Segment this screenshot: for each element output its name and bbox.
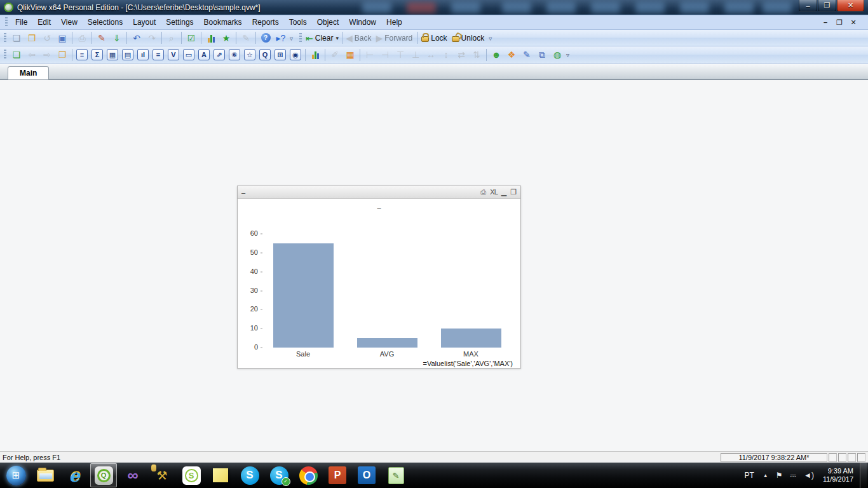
child-restore-button[interactable]: ❐ — [832, 17, 846, 28]
demote-sheet-button[interactable]: ⇨ — [39, 48, 55, 62]
taskbar-chrome[interactable] — [295, 463, 322, 487]
unlock-selections-button[interactable]: Unlock — [451, 31, 488, 45]
clear-selections-button[interactable]: ⇤Clear▾ — [304, 31, 340, 45]
create-bookmark-object-button[interactable]: ☆ — [242, 48, 257, 62]
add-bookmark-button[interactable]: ★ — [219, 31, 234, 45]
create-search-object-button[interactable]: Q — [257, 48, 273, 62]
forward-button[interactable]: ▶Forward — [374, 31, 416, 45]
redo-layout-button[interactable]: ↷ — [144, 31, 159, 45]
show-desktop-button[interactable] — [860, 463, 867, 488]
bar-avg[interactable] — [357, 338, 417, 348]
taskbar-notepad-plus-plus[interactable]: ✎ — [383, 463, 409, 487]
create-chart-button[interactable]: ıl — [135, 48, 151, 62]
taskbar-qlikview[interactable]: Q — [90, 463, 117, 487]
refresh-document-button[interactable]: ↺ — [39, 31, 55, 45]
create-input-box-button[interactable]: = — [151, 48, 166, 62]
taskbar-skype-signed-in[interactable]: S — [266, 463, 292, 487]
menu-view[interactable]: View — [56, 16, 83, 29]
adjust-top-button[interactable]: ⇅ — [469, 48, 484, 62]
create-line-arrow-object-button[interactable]: ⇗ — [212, 48, 227, 62]
align-left-button[interactable]: ⊢ — [362, 48, 377, 62]
chart-caption-bar[interactable]: – ⎙XL▁❒ — [238, 186, 520, 199]
create-custom-object-button[interactable]: ◉ — [288, 48, 303, 62]
notes-button[interactable]: ✎ — [238, 31, 254, 45]
menu-help[interactable]: Help — [381, 16, 407, 29]
lock-selections-button[interactable]: Lock — [420, 31, 450, 45]
align-bottom-button[interactable]: ⊥ — [408, 48, 423, 62]
open-file-button[interactable]: ❐ — [24, 31, 39, 45]
taskbar-skype-business[interactable]: S — [178, 463, 205, 487]
document-properties-button[interactable]: ❖ — [504, 48, 519, 62]
window-restore-button[interactable]: ❐ — [818, 0, 836, 11]
window-minimize-button[interactable]: – — [799, 0, 817, 11]
edit-module-button[interactable]: ✎ — [519, 48, 534, 62]
create-list-box-button[interactable]: ≡ — [74, 48, 90, 62]
space-horizontally-button[interactable]: ↔ — [423, 48, 438, 62]
align-top-button[interactable]: ⊤ — [393, 48, 408, 62]
minimize-chart-icon[interactable]: ▁ — [501, 189, 506, 196]
format-painter-button[interactable]: ✐ — [327, 48, 342, 62]
menu-window[interactable]: Window — [344, 16, 381, 29]
space-vertically-button[interactable]: ↕ — [438, 48, 454, 62]
web-page-button[interactable]: ◍ — [550, 48, 565, 62]
taskbar-powerpoint[interactable]: P — [324, 463, 351, 487]
tab-main[interactable]: Main — [8, 66, 49, 79]
search-button[interactable]: ⌕ — [164, 31, 179, 45]
menu-reports[interactable]: Reports — [247, 16, 284, 29]
language-indicator[interactable]: PT — [744, 471, 754, 480]
menu-bookmarks[interactable]: Bookmarks — [199, 16, 247, 29]
create-table-box-button[interactable]: ▦ — [105, 48, 120, 62]
help-button[interactable]: ? — [258, 31, 273, 45]
toolbar-overflow-icon[interactable]: ▿ — [290, 35, 293, 42]
quick-chart-wizard-design-button[interactable] — [308, 48, 323, 62]
menu-layout[interactable]: Layout — [128, 16, 161, 29]
adjust-left-button[interactable]: ⇄ — [454, 48, 469, 62]
quick-chart-wizard-button[interactable] — [203, 31, 219, 45]
current-selections-button[interactable]: ☑ — [184, 31, 199, 45]
window-close-button[interactable]: ✕ — [837, 0, 864, 11]
table-viewer-button[interactable]: ⧉ — [534, 48, 550, 62]
export-to-excel-icon[interactable]: XL — [490, 189, 498, 196]
context-help-button[interactable]: ▸? — [273, 31, 288, 45]
print-chart-icon[interactable]: ⎙ — [480, 189, 486, 196]
toolbar-overflow-icon[interactable]: ▿ — [566, 51, 569, 58]
taskbar-skype[interactable]: S — [236, 463, 263, 487]
add-sheet-button[interactable]: ❏ — [9, 48, 24, 62]
chart-window[interactable]: – ⎙XL▁❒ – 0102030405060 SaleAVGMAX =Valu… — [237, 186, 521, 369]
maximize-chart-icon[interactable]: ❒ — [510, 189, 517, 196]
taskbar-outlook[interactable]: O — [353, 463, 380, 487]
start-button[interactable]: ⊞ — [3, 463, 29, 487]
create-container-object-button[interactable]: ⊞ — [273, 48, 288, 62]
create-pivot-table-button[interactable]: ▤ — [120, 48, 135, 62]
edit-script-button[interactable]: ✎ — [94, 31, 109, 45]
tray-power-icon[interactable]: ⎓ — [790, 471, 796, 480]
tray-action-center-icon[interactable]: ⚑ — [776, 471, 783, 480]
menu-edit[interactable]: Edit — [32, 16, 56, 29]
child-close-button[interactable]: ✕ — [846, 17, 860, 28]
create-statistics-box-button[interactable]: Σ — [90, 48, 105, 62]
promote-sheet-button[interactable]: ⇦ — [24, 48, 39, 62]
reload-data-button[interactable]: ⇓ — [109, 31, 125, 45]
create-text-object-button[interactable]: A — [196, 48, 212, 62]
taskbar-internet-explorer[interactable]: e — [61, 463, 88, 487]
tray-expand-icon[interactable]: ▲ — [763, 473, 768, 478]
print-button[interactable]: ⎙ — [74, 31, 90, 45]
taskbar-visual-studio[interactable]: ∞ — [119, 463, 146, 487]
create-multi-box-button[interactable]: V — [166, 48, 181, 62]
create-slider-object-button[interactable]: ▭ — [181, 48, 196, 62]
align-center-horizontal-button[interactable]: ⊣ — [377, 48, 393, 62]
menu-settings[interactable]: Settings — [161, 16, 198, 29]
undo-layout-button[interactable]: ↶ — [129, 31, 144, 45]
menu-file[interactable]: File — [10, 16, 32, 29]
save-document-button[interactable]: ▣ — [55, 31, 70, 45]
design-grid-button[interactable]: ▦ — [342, 48, 358, 62]
bar-max[interactable] — [441, 329, 501, 348]
user-preferences-button[interactable]: ☻ — [489, 48, 504, 62]
taskbar-windows-explorer[interactable] — [32, 463, 58, 487]
child-minimize-button[interactable]: – — [818, 17, 832, 28]
taskbar-sql-tools[interactable]: ⚒ — [149, 463, 175, 487]
create-button-object-button[interactable]: ⑥ — [227, 48, 242, 62]
back-button[interactable]: ◀Back — [344, 31, 374, 45]
taskbar-clock[interactable]: 9:39 AM 11/9/2017 — [823, 467, 853, 484]
new-document-button[interactable]: ❏ — [9, 31, 24, 45]
